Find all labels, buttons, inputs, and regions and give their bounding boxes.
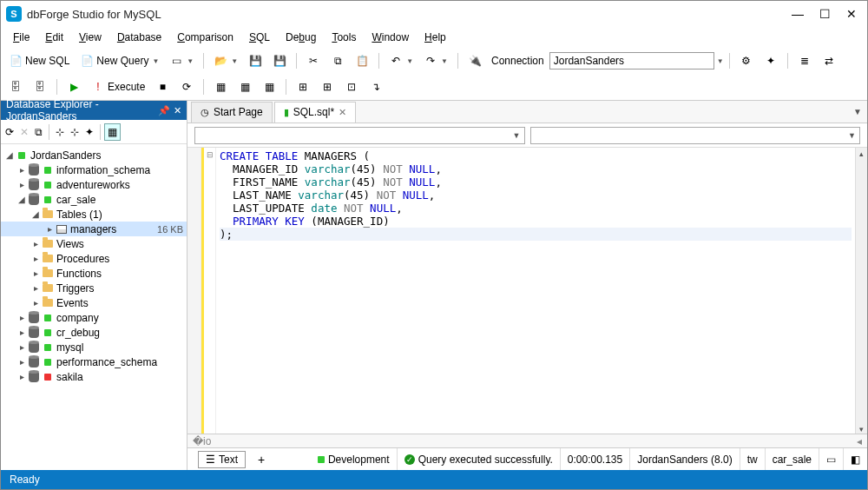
tree-folder-procedures[interactable]: ▸Procedures [1,251,187,266]
tree-folder-triggers[interactable]: ▸Triggers [1,281,187,295]
new-query-button[interactable]: 📄New Query▼ [76,51,163,70]
redo-button[interactable]: ↷▼ [419,51,452,70]
editor-combo-left[interactable]: ▼ [194,127,525,144]
save-all-button[interactable]: 💾 [268,51,291,70]
sidebar-title: Database Explorer - JordanSanders [6,98,155,122]
connection-select[interactable] [549,52,714,70]
paste-button[interactable]: 📋 [351,51,373,70]
tree-db-car-sale[interactable]: ◢car_sale [1,192,187,207]
menu-file[interactable]: File [6,30,36,45]
toolbar-tool-c[interactable]: ≣ [793,51,816,70]
status-connection: JordanSanders (8.0) [630,448,740,470]
editor-combo-right[interactable]: ▼ [530,127,861,144]
save-button[interactable]: 💾 [244,51,266,70]
tab-sql[interactable]: ▮SQL.sql*✕ [274,102,356,122]
sidebar-close-icon[interactable]: ✕ [174,105,181,116]
database-tree[interactable]: ◢JordanSanders ▸information_schema ▸adve… [1,144,187,470]
exec-opt-1[interactable]: ▦ [209,77,232,96]
tree-db-cr-debug[interactable]: ▸cr_debug [1,325,187,340]
undo-button[interactable]: ↶▼ [385,51,418,70]
menu-help[interactable]: Help [418,30,453,45]
menu-sql[interactable]: SQL [242,30,277,45]
connection-dropdown-icon[interactable]: ▼ [717,57,724,65]
connection-label: Connection [491,55,544,67]
copy-button[interactable]: ⧉ [326,51,349,70]
tree-folder-tables[interactable]: ◢Tables (1) [1,207,187,222]
status-icon-2[interactable]: ◧ [844,448,867,470]
menu-window[interactable]: Window [365,30,416,45]
tab-close-icon[interactable]: ✕ [339,107,346,118]
tabs-overflow-icon[interactable]: ▼ [853,107,862,116]
sidebar-collapse-icon[interactable]: ⧉ [32,124,45,140]
result-tab-text[interactable]: ☰Text [198,451,246,468]
tab-start-page[interactable]: ◷Start Page [191,102,273,122]
tree-table-managers[interactable]: ▸managers16 KB [1,222,187,236]
tree-folder-views[interactable]: ▸Views [1,236,187,251]
tree-db-performance-schema[interactable]: ▸performance_schema [1,354,187,369]
status-bar: Ready [1,470,867,489]
run-button[interactable]: ▶ [62,77,85,96]
exec-opt-4[interactable]: ⊞ [292,77,314,96]
exec-opt-6[interactable]: ⊡ [340,77,363,96]
open-button[interactable]: 📂▼ [209,51,242,70]
menu-tools[interactable]: Tools [325,30,363,45]
result-add-tab[interactable]: + [253,453,270,467]
editor-splitter[interactable]: �io◂ [187,434,867,447]
status-database: car_sale [766,448,819,470]
sidebar-filter-1-icon[interactable]: ⊹ [53,124,67,140]
menu-view[interactable]: View [72,30,108,45]
connection-icon[interactable]: 🔌 [464,51,486,70]
sidebar-delete-icon[interactable]: ✕ [17,124,31,140]
toolbar-tool-a[interactable]: ⚙ [735,51,758,70]
sidebar-filter-3-icon[interactable]: ✦ [82,124,96,140]
environment-badge: Development [311,448,398,470]
toolbar-btn-1[interactable]: ▭▼ [165,51,198,70]
refresh-button[interactable]: ⟳ [175,77,198,96]
sidebar-filter-2-icon[interactable]: ⊹ [68,124,82,140]
new-sql-button[interactable]: 📄New SQL [4,51,74,70]
tree-db-mysql[interactable]: ▸mysql [1,340,187,354]
menu-debug[interactable]: Debug [279,30,323,45]
tree-connection-root[interactable]: ◢JordanSanders [1,148,187,162]
tree-folder-functions[interactable]: ▸Functions [1,266,187,281]
scroll-indicator[interactable]: ▴▾ [855,148,867,434]
tree-folder-events[interactable]: ▸Events [1,295,187,310]
code-text[interactable]: CREATE TABLE MANAGERS ( MANAGER_ID varch… [216,148,855,434]
menu-comparison[interactable]: Comparison [170,30,240,45]
toolbar-tool-d[interactable]: ⇄ [818,51,840,70]
tree-db-adventureworks[interactable]: ▸adventureworks [1,177,187,192]
close-button[interactable]: ✕ [846,7,857,21]
title-bar: S dbForge Studio for MySQL — ☐ ✕ [1,1,867,27]
menu-database[interactable]: Database [110,30,168,45]
exec-opt-3[interactable]: ▦ [258,77,280,96]
exec-opt-2[interactable]: ▦ [233,77,256,96]
sidebar-pin-icon[interactable]: 📌 [158,105,170,116]
exec-opt-5[interactable]: ⊞ [316,77,339,96]
toolbar-tool-b[interactable]: ✦ [760,51,782,70]
maximize-button[interactable]: ☐ [819,7,831,21]
cut-button[interactable]: ✂ [302,51,325,70]
tree-db-company[interactable]: ▸company [1,310,187,325]
start-page-icon: ◷ [201,107,209,118]
toolbar-execute: 🗄 🗄 ▶ !Execute ■ ⟳ ▦ ▦ ▦ ⊞ ⊞ ⊡ ↴ [1,74,867,100]
exec-opt-7[interactable]: ↴ [365,77,387,96]
breakpoint-gutter[interactable] [187,148,201,434]
database-explorer-panel: Database Explorer - JordanSanders 📌 ✕ ⟳ … [1,101,187,470]
code-editor[interactable]: ⊟ CREATE TABLE MANAGERS ( MANAGER_ID var… [187,148,867,434]
db-btn-2[interactable]: 🗄 [29,77,51,96]
outline-gutter[interactable]: ⊟ [204,148,216,434]
menu-edit[interactable]: Edit [38,30,70,45]
menu-bar: File Edit View Database Comparison SQL D… [1,27,867,48]
editor-bottom-bar: ☰Text+ Development ✓Query executed succe… [187,447,867,470]
minimize-button[interactable]: — [792,7,804,21]
sidebar-refresh-icon[interactable]: ⟳ [3,124,16,140]
stop-button[interactable]: ■ [151,77,174,96]
tree-db-information-schema[interactable]: ▸information_schema [1,162,187,177]
execute-button[interactable]: !Execute [87,77,149,96]
db-btn-1[interactable]: 🗄 [4,77,27,96]
sidebar-view-toggle[interactable]: ▦ [104,123,121,141]
status-icon-1[interactable]: ▭ [819,448,844,470]
toolbar-main: 📄New SQL 📄New Query▼ ▭▼ 📂▼ 💾 💾 ✂ ⧉ 📋 ↶▼ … [1,48,867,74]
tree-db-sakila[interactable]: ▸sakila [1,369,187,384]
status-text: Ready [10,473,40,486]
